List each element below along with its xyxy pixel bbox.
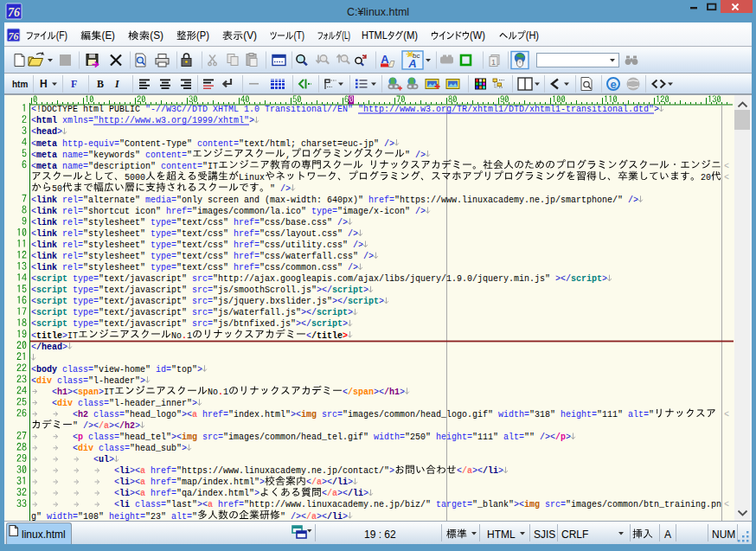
svg-text:src=: src= <box>192 285 213 295</box>
svg-text:"js/btnfixed.js": "js/btnfixed.js" <box>213 318 296 329</box>
svg-text:h2: h2 <box>78 409 88 420</box>
svg-text:No: No <box>171 330 182 341</box>
svg-text:<: < <box>724 409 729 420</box>
svg-text:class=: class= <box>99 443 130 453</box>
svg-text:li: li <box>119 465 130 476</box>
svg-text:"318": "318" <box>529 409 555 420</box>
svg-text:type=: type= <box>73 318 99 329</box>
svg-text:>: > <box>379 296 384 306</box>
svg-text:(V): (V) <box>243 30 257 42</box>
svg-text:><: >< <box>374 387 384 397</box>
svg-text:"js/waterfall.js": "js/waterfall.js" <box>213 307 301 317</box>
svg-text:src=: src= <box>322 409 343 420</box>
svg-text:img: img <box>301 409 317 420</box>
svg-text:type=: type= <box>151 217 176 227</box>
svg-text:linux.html: linux.html <box>22 529 66 541</box>
svg-text:><: >< <box>337 488 348 498</box>
svg-text:I: I <box>114 78 120 90</box>
svg-text:><: >< <box>67 387 78 397</box>
svg-text:link: link <box>36 240 57 250</box>
svg-text:xmlns=: xmlns= <box>62 115 93 125</box>
svg-text:media=: media= <box>145 195 176 205</box>
svg-text:B: B <box>97 78 104 90</box>
svg-text:href=: href= <box>234 217 259 227</box>
svg-text:e: e <box>610 78 616 91</box>
svg-text:>: > <box>254 488 259 498</box>
svg-text:>: > <box>259 477 265 487</box>
svg-text:"Content-Type": "Content-Type" <box>119 138 192 149</box>
svg-text:name=: name= <box>62 150 88 160</box>
svg-text:"top": "top" <box>171 364 197 375</box>
svg-text:span: span <box>78 387 99 397</box>
svg-text:html: html <box>36 115 57 125</box>
svg-text:href=: href= <box>151 465 176 476</box>
svg-text:href=: href= <box>151 488 176 498</box>
svg-text:>: > <box>140 375 145 386</box>
svg-text:rel=: rel= <box>62 262 83 272</box>
svg-text:<: < <box>724 172 729 183</box>
svg-text:"only screen and (max-width: 6: "only screen and (max-width: 640px)" <box>176 195 363 205</box>
svg-text:"text/css": "text/css" <box>176 251 228 261</box>
svg-text:"text/css": "text/css" <box>176 228 228 239</box>
svg-text:"text/javascript": "text/javascript" <box>99 285 187 295</box>
svg-text:/>: /> <box>348 262 358 272</box>
svg-text:"stylesheet": "stylesheet" <box>83 217 145 227</box>
svg-text:"_blank": "_blank" <box>472 499 514 509</box>
svg-text:img: img <box>182 432 197 442</box>
svg-text:CRLF: CRLF <box>561 529 588 541</box>
svg-text:><: >< <box>472 465 483 476</box>
svg-text:"alternate": "alternate" <box>83 195 140 205</box>
svg-text:href=: href= <box>202 409 228 420</box>
svg-text:meta: meta <box>36 161 57 171</box>
svg-text:"text/javascript": "text/javascript" <box>99 307 187 317</box>
svg-text:height=: height= <box>436 432 472 442</box>
svg-text:li: li <box>119 499 130 509</box>
svg-text:1: 1 <box>223 387 228 397</box>
svg-text:name=: name= <box>62 161 88 171</box>
svg-text:content=: content= <box>145 150 187 160</box>
svg-text:>: > <box>654 104 659 114</box>
svg-text:"text/javascript": "text/javascript" <box>99 273 187 284</box>
svg-text:/>: /> <box>384 138 394 149</box>
svg-text:width=: width= <box>498 409 529 420</box>
svg-text:"": "" <box>524 432 535 442</box>
svg-text:ul: ul <box>99 454 109 465</box>
svg-text:IT: IT <box>104 387 114 397</box>
svg-text:IT: IT <box>67 330 78 341</box>
svg-text:": " <box>649 409 654 420</box>
svg-text:<: < <box>724 161 729 171</box>
svg-text:,: , <box>285 150 291 160</box>
svg-text:>: > <box>197 364 202 375</box>
svg-text:class=: class= <box>57 375 88 386</box>
svg-text:src=: src= <box>192 296 213 306</box>
svg-text:(M): (M) <box>403 30 418 42</box>
svg-text:1: 1 <box>491 58 496 67</box>
svg-text:src=: src= <box>192 273 213 284</box>
svg-text:"images/common/la.ico": "images/common/la.ico" <box>192 206 306 216</box>
svg-text:"23": "23" <box>145 511 166 522</box>
svg-text:></: ></ <box>296 318 311 329</box>
svg-text:class=: class= <box>93 409 125 420</box>
svg-text:rel=: rel= <box>62 228 83 239</box>
svg-text:rel=: rel= <box>62 195 83 205</box>
svg-text:"text/javascript": "text/javascript" <box>99 318 187 329</box>
svg-text:/><: />< <box>83 420 99 431</box>
svg-text:"text/css": "text/css" <box>176 262 228 272</box>
svg-text:><: >< <box>291 409 301 420</box>
svg-text:class=: class= <box>78 398 109 408</box>
svg-text:/h1: /h1 <box>384 387 400 397</box>
svg-text:rel=: rel= <box>62 217 83 227</box>
svg-text:script: script <box>348 296 379 306</box>
svg-text:/li: /li <box>327 511 343 522</box>
svg-text:>: > <box>389 465 394 476</box>
svg-text:>: > <box>602 273 607 284</box>
svg-text:"https://www.linuxacademy.ne.j: "https://www.linuxacademy.ne.jp/smartpho… <box>394 195 623 205</box>
svg-text:><: >< <box>130 465 140 476</box>
svg-text:"text/javascript": "text/javascript" <box>99 296 187 306</box>
svg-text:"IT: "IT <box>202 161 218 171</box>
svg-text:/a: /a <box>327 488 337 498</box>
svg-text:/>: /> <box>348 228 358 239</box>
svg-text:<: < <box>724 499 729 509</box>
svg-text:/><: />< <box>291 511 306 522</box>
svg-text:><: >< <box>197 499 208 509</box>
